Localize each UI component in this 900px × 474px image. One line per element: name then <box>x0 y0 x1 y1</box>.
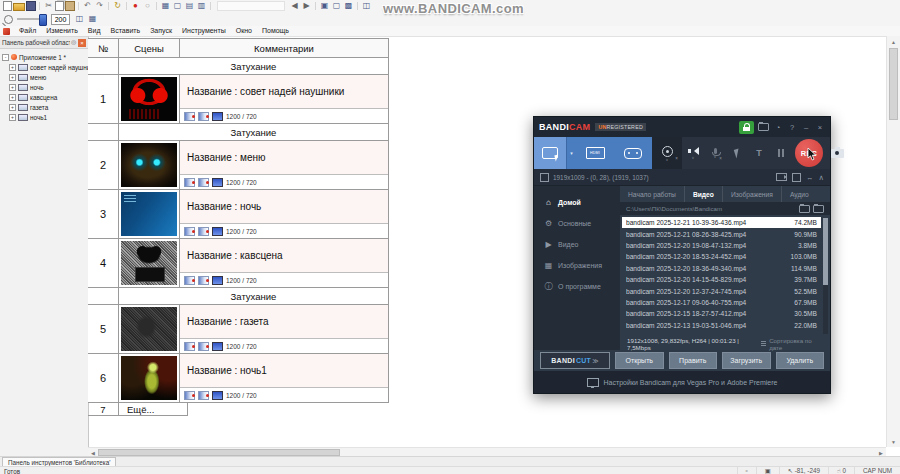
file-row[interactable]: bandicam 2025-12-13 19-03-51-046.mp4 22.… <box>622 320 821 331</box>
change-folder-icon[interactable] <box>813 205 824 213</box>
tree-item-label[interactable]: ночь1 <box>30 114 47 121</box>
scene-row[interactable]: 4 Название : кавсцена 1200 / 720 <box>88 239 389 288</box>
menu-item[interactable]: Запуск <box>145 26 177 36</box>
scene-row[interactable]: 3 Название : ночь 1200 / 720 <box>88 190 389 239</box>
lock-icon[interactable] <box>739 121 754 134</box>
game-recording-button[interactable] <box>614 137 652 169</box>
microphone-button[interactable]: × ∨ <box>704 137 726 169</box>
transition-in-icon[interactable] <box>184 178 195 187</box>
pause-button[interactable] <box>770 137 792 169</box>
arrow-left-icon[interactable]: ◀ <box>289 1 300 11</box>
scene-thumbnail[interactable] <box>121 143 177 187</box>
paste-icon[interactable] <box>65 1 75 11</box>
menu-item[interactable]: Изменить <box>41 26 83 36</box>
file-row[interactable]: bandicam 2025-12-20 18-36-49-340.mp4 114… <box>622 263 821 274</box>
transition-out-icon[interactable] <box>198 112 209 121</box>
scene-thumbnail[interactable] <box>121 356 177 400</box>
run-icon[interactable]: ↻ <box>112 1 123 11</box>
vertical-scrollbar[interactable]: ▲ ▼ <box>886 36 900 447</box>
transition-row[interactable]: Затухание <box>88 288 389 305</box>
transition-out-icon[interactable] <box>198 178 209 187</box>
vertical-scroll-thumb[interactable] <box>889 48 898 120</box>
tree-item[interactable]: + меню <box>2 72 88 82</box>
scene-comment-cell[interactable]: Название : ночь 1200 / 720 <box>180 190 388 238</box>
speaker-button[interactable]: ∨ <box>682 137 704 169</box>
separator[interactable] <box>108 2 109 10</box>
region-checkbox[interactable] <box>540 173 549 182</box>
tree-root-label[interactable]: Приложение 1 * <box>19 54 66 61</box>
scene-title[interactable]: Название : ночь1 <box>180 354 388 388</box>
zoom-slider[interactable] <box>17 18 47 20</box>
menu-item[interactable]: Файл <box>14 26 41 36</box>
file-list-scrollbar[interactable] <box>823 218 828 334</box>
scene-thumbnail-cell[interactable] <box>118 354 180 402</box>
tree-root[interactable]: - Приложение 1 * <box>2 52 88 62</box>
help-icon[interactable]: ? <box>787 123 797 132</box>
menu-item[interactable]: Инструменты <box>177 26 231 36</box>
file-row[interactable]: bandicam 2025-12-15 18-27-57-412.mp4 30.… <box>622 308 821 319</box>
toolbar-combo[interactable] <box>217 1 285 11</box>
arrow-right-icon[interactable]: ▶ <box>301 1 312 11</box>
sidebar-item[interactable]: ▦ Изображения <box>534 255 620 276</box>
tab[interactable]: Начало работы <box>620 186 684 202</box>
bandicam-footer[interactable]: Настройки Bandicam для Vegas Pro и Adobe… <box>534 371 830 393</box>
scene-thumbnail-cell[interactable] <box>118 190 180 238</box>
action-button[interactable]: Загрузить <box>722 352 771 369</box>
scene-row[interactable]: 1 Название : совет надей наушники 1200 /… <box>88 75 389 124</box>
output-path[interactable]: C:\Users\ПК\Documents\Bandicam <box>626 205 796 212</box>
expander-icon[interactable]: + <box>9 74 16 81</box>
expander-icon[interactable]: - <box>2 54 9 61</box>
rec-button[interactable]: REC <box>795 139 823 167</box>
webcam-button[interactable]: × ∨ <box>652 137 682 169</box>
scene-comment-cell[interactable]: Название : меню 1200 / 720 <box>180 141 388 189</box>
window-blank-icon[interactable]: ▢ <box>331 1 342 11</box>
tree-item-label[interactable]: меню <box>30 74 46 81</box>
separator[interactable] <box>156 2 157 10</box>
menu-item[interactable]: Вид <box>83 26 106 36</box>
zoom-slider-thumb[interactable] <box>39 14 47 26</box>
file-row[interactable]: bandicam 2025-12-21 10-39-36-436.mp4 74.… <box>622 217 821 228</box>
expander-icon[interactable]: + <box>9 94 16 101</box>
separator[interactable] <box>357 2 358 10</box>
separator[interactable] <box>39 2 40 10</box>
collapse-icon[interactable]: ∧ <box>819 173 825 182</box>
scene-thumbnail-cell[interactable] <box>118 141 180 189</box>
screenshot-button[interactable] <box>826 137 848 169</box>
tab[interactable]: Аудио <box>781 186 817 202</box>
transition-out-icon[interactable] <box>198 391 209 400</box>
redo-icon[interactable]: ↷ <box>94 1 105 11</box>
scroll-left-icon[interactable]: ◀ <box>88 450 98 456</box>
minimize-icon[interactable]: – <box>801 123 811 132</box>
device-recording-button[interactable]: HDMI <box>576 137 614 169</box>
pin-icon[interactable]: ◎ <box>70 39 77 46</box>
transition-row[interactable]: Затухание <box>88 58 389 75</box>
clock-icon[interactable]: ◔ <box>773 123 783 132</box>
scene-thumbnail-cell[interactable] <box>118 75 180 123</box>
footer-link[interactable]: Настройки Bandicam для Vegas Pro и Adobe… <box>604 379 778 386</box>
file-list-scroll-thumb[interactable] <box>823 218 828 285</box>
transition-in-icon[interactable] <box>184 227 195 236</box>
tree-item[interactable]: + совет надей наушники <box>2 62 88 72</box>
sidebar-item[interactable]: ⚙ Основные <box>534 213 620 234</box>
scene-thumbnail-cell[interactable] <box>118 239 180 287</box>
more-row-label[interactable]: Ещё... <box>119 403 188 416</box>
transition-in-icon[interactable] <box>184 391 195 400</box>
scene-comment-cell[interactable]: Название : кавсцена 1200 / 720 <box>180 239 388 287</box>
tree-item-label[interactable]: кавсцена <box>30 94 57 101</box>
transition-out-icon[interactable] <box>198 342 209 351</box>
scene-thumbnail[interactable] <box>121 192 177 236</box>
record-icon[interactable]: ● <box>130 1 141 11</box>
tree-item-label[interactable]: газета <box>30 104 48 111</box>
mouse-effect-button[interactable] <box>726 137 748 169</box>
transition-out-icon[interactable] <box>198 276 209 285</box>
tab[interactable]: Изображения <box>722 186 781 202</box>
scene-thumbnail-cell[interactable] <box>118 305 180 353</box>
text-overlay-button[interactable]: T <box>748 137 770 169</box>
action-button[interactable]: Править <box>669 352 718 369</box>
window-icon[interactable]: ◫ <box>74 14 85 24</box>
file-row[interactable]: bandicam 2025-12-20 18-53-24-452.mp4 103… <box>622 251 821 262</box>
scene-title[interactable]: Название : газета <box>180 305 388 339</box>
horizontal-scroll-thumb[interactable] <box>98 449 340 456</box>
expander-icon[interactable]: + <box>9 104 16 111</box>
tab[interactable]: Видео <box>684 186 722 202</box>
